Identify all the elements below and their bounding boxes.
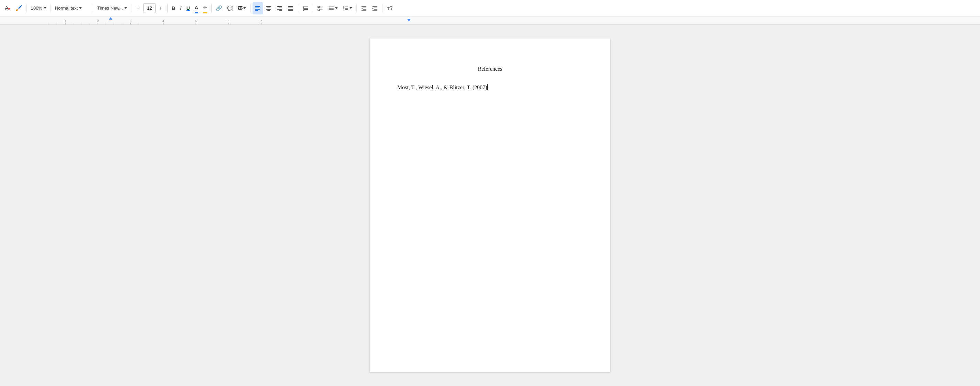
svg-point-28 <box>328 6 329 7</box>
separator-2 <box>51 4 51 13</box>
align-center-button[interactable] <box>264 2 274 14</box>
numbered-list-chevron-icon <box>350 7 352 9</box>
svg-text:5: 5 <box>195 19 197 23</box>
svg-rect-3 <box>255 8 259 8</box>
ruler-svg: 1 2 3 4 5 6 7 <box>0 16 980 25</box>
checklist-icon <box>317 5 323 11</box>
svg-rect-5 <box>255 10 258 11</box>
line-spacing-button[interactable] <box>300 2 311 14</box>
svg-rect-15 <box>288 8 293 8</box>
svg-text:2: 2 <box>97 19 99 23</box>
document-body[interactable]: Most, T., Wiesel, A., & Blitzer, T. (200… <box>397 83 583 92</box>
svg-rect-10 <box>277 6 282 7</box>
comment-button[interactable]: 💬 <box>225 2 235 14</box>
numbered-list-icon: 1. 2. 3. <box>343 5 349 11</box>
spell-check-button[interactable]: A <box>3 2 13 14</box>
image-button[interactable]: 🖼 <box>236 2 248 14</box>
decrease-indent-icon <box>361 5 367 11</box>
svg-rect-11 <box>279 8 282 8</box>
align-right-button[interactable] <box>275 2 285 14</box>
svg-point-29 <box>328 8 329 9</box>
svg-marker-49 <box>372 8 374 9</box>
svg-text:4: 4 <box>162 19 164 23</box>
font-dropdown[interactable]: Times New... <box>95 2 130 14</box>
document-area: References Most, T., Wiesel, A., & Blitz… <box>0 25 980 386</box>
font-chevron-icon <box>124 7 127 9</box>
document-heading: References <box>397 66 583 72</box>
svg-rect-9 <box>267 10 270 11</box>
align-left-icon <box>255 5 261 11</box>
svg-rect-12 <box>277 9 282 10</box>
decrease-font-button[interactable]: − <box>134 2 143 14</box>
zoom-dropdown[interactable]: 100% <box>29 2 48 14</box>
increase-indent-button[interactable] <box>370 2 380 14</box>
highlight-button[interactable]: ✏ <box>201 2 209 14</box>
spell-check-lines-icon <box>8 7 11 10</box>
checklist-button[interactable] <box>315 2 325 14</box>
image-icon: 🖼 <box>238 5 243 11</box>
svg-rect-4 <box>255 9 260 10</box>
svg-rect-8 <box>266 9 271 10</box>
paint-format-button[interactable]: 🖌️ <box>13 2 24 14</box>
link-icon: 🔗 <box>216 5 222 11</box>
svg-rect-23 <box>304 7 304 10</box>
highlight-icon: ✏ <box>203 5 207 10</box>
underline-icon: U <box>186 5 190 11</box>
italic-icon: I <box>180 5 182 11</box>
align-justify-button[interactable] <box>286 2 296 14</box>
font-size-input[interactable] <box>143 3 156 13</box>
svg-text:1: 1 <box>64 19 66 23</box>
svg-rect-16 <box>288 9 293 10</box>
text-color-icon: A <box>195 5 198 10</box>
svg-rect-20 <box>304 9 308 10</box>
align-left-button[interactable] <box>253 2 263 14</box>
image-chevron-icon <box>243 7 246 9</box>
highlight-color-bar <box>203 13 207 13</box>
text-color-button[interactable]: A <box>193 2 200 14</box>
bold-button[interactable]: B <box>170 2 177 14</box>
document-page: References Most, T., Wiesel, A., & Blitz… <box>370 38 610 372</box>
separator-3 <box>93 4 93 13</box>
separator-5 <box>167 4 168 13</box>
svg-text:7: 7 <box>260 19 262 23</box>
underline-button[interactable]: U <box>184 2 192 14</box>
clear-formatting-icon: T <box>387 5 393 11</box>
line-spacing-icon <box>302 5 309 11</box>
bullet-list-button[interactable] <box>326 2 340 14</box>
zoom-value: 100% <box>31 5 42 11</box>
separator-8 <box>298 4 298 13</box>
ruler: 1 2 3 4 5 6 7 <box>0 16 980 25</box>
comment-icon: 💬 <box>227 5 233 11</box>
svg-text:3.: 3. <box>343 9 345 11</box>
svg-text:T: T <box>387 6 390 11</box>
svg-rect-19 <box>304 8 308 9</box>
svg-rect-18 <box>304 6 308 7</box>
svg-rect-17 <box>288 10 293 11</box>
align-center-icon <box>266 5 272 11</box>
svg-rect-53 <box>0 16 980 25</box>
increase-font-button[interactable]: + <box>156 2 165 14</box>
paint-format-icon: 🖌️ <box>16 5 22 11</box>
clear-formatting-button[interactable]: T <box>385 2 395 14</box>
svg-rect-14 <box>288 6 293 7</box>
increase-font-icon: + <box>159 5 162 11</box>
separator-10 <box>356 4 357 13</box>
separator-6 <box>211 4 212 13</box>
svg-point-30 <box>328 9 329 10</box>
svg-rect-25 <box>318 9 320 11</box>
decrease-indent-button[interactable] <box>359 2 369 14</box>
style-dropdown[interactable]: Normal text <box>53 2 91 14</box>
align-right-icon <box>277 5 283 11</box>
zoom-chevron-icon <box>44 7 46 9</box>
link-button[interactable]: 🔗 <box>214 2 224 14</box>
italic-button[interactable]: I <box>178 2 184 14</box>
bullet-list-chevron-icon <box>335 7 338 9</box>
svg-line-51 <box>391 6 392 11</box>
decrease-font-icon: − <box>137 5 140 11</box>
numbered-list-button[interactable]: 1. 2. 3. <box>340 2 354 14</box>
bullet-list-icon <box>328 5 334 11</box>
text-cursor <box>487 84 488 90</box>
text-color-bar <box>195 13 198 13</box>
font-label: Times New... <box>97 5 123 11</box>
align-justify-icon <box>288 5 294 11</box>
